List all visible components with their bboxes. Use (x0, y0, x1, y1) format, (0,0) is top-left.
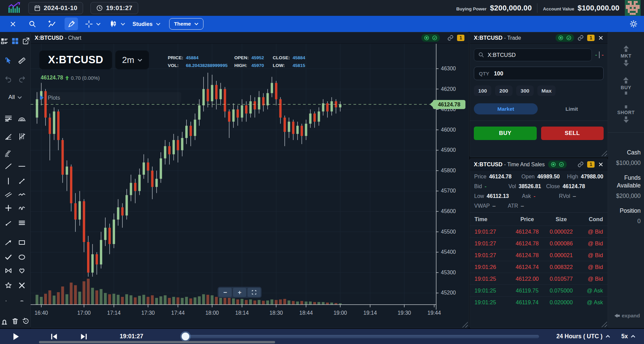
tool-x-cross[interactable] (17, 281, 26, 290)
tool-triple-lines[interactable] (17, 218, 26, 227)
tool-horizontal-line[interactable] (17, 162, 26, 171)
record-target-icon[interactable] (558, 35, 564, 41)
symbol-search-button[interactable] (26, 18, 39, 30)
tool-clipped-a[interactable] (4, 296, 13, 301)
playback-slider-track[interactable] (183, 335, 539, 338)
time-picker[interactable]: 19:01:27 (90, 2, 138, 14)
tool-trend-angle[interactable] (4, 132, 13, 141)
symbol-search-input[interactable]: X:BTCUSD (474, 48, 592, 61)
preset-200[interactable]: 200 (495, 85, 513, 96)
tool-arrow[interactable] (4, 238, 13, 247)
resize-handle[interactable] (601, 150, 607, 156)
tool-gann-fan[interactable] (17, 132, 26, 141)
tool-redo[interactable] (17, 75, 26, 84)
play-button[interactable] (13, 333, 20, 340)
tool-vertical-line[interactable] (4, 177, 13, 185)
order-type-limit[interactable]: Limit (540, 103, 604, 114)
expand-button[interactable]: expand (614, 313, 644, 319)
playback-slider-thumb[interactable] (182, 333, 189, 340)
tool-trend-line[interactable] (4, 162, 13, 171)
close-icon[interactable] (598, 35, 604, 41)
fullscreen-button[interactable] (248, 288, 261, 297)
link-icon[interactable] (577, 161, 584, 168)
tool-reset[interactable] (22, 317, 30, 325)
sell-button[interactable]: SELL (541, 127, 604, 140)
tool-open-external[interactable] (22, 37, 30, 45)
buy-stepper[interactable]: BUY (621, 77, 631, 95)
position-value: 0 (611, 218, 641, 225)
chevron-down-icon[interactable] (156, 23, 160, 26)
price-chart[interactable]: 4630046200461004600045900458004570045600… (31, 44, 468, 328)
buy-button[interactable]: BUY (474, 127, 537, 140)
tool-clipped-b[interactable] (17, 296, 26, 301)
tool-layout-grid[interactable] (11, 37, 19, 45)
link-icon[interactable] (577, 35, 584, 41)
chart-type-button[interactable] (107, 18, 120, 30)
tool-rectangle[interactable] (17, 238, 26, 247)
tool-ellipse[interactable] (17, 253, 26, 262)
order-type-market[interactable]: Market (474, 103, 538, 114)
tool-ruler[interactable] (17, 56, 26, 65)
tool-layout-list[interactable] (0, 37, 8, 45)
tool-brush[interactable] (17, 204, 26, 212)
record-target-icon[interactable] (551, 162, 556, 167)
tool-fib-arcs[interactable] (17, 114, 26, 123)
link-group-badge[interactable]: 1 (587, 35, 595, 41)
tool-cross[interactable] (4, 204, 13, 212)
history-clock-icon[interactable] (559, 162, 564, 167)
tool-ray[interactable] (17, 177, 26, 185)
add-indicator-button[interactable] (45, 18, 59, 30)
tool-zigzag[interactable] (17, 190, 26, 199)
link-icon[interactable] (447, 35, 454, 41)
tool-fib-retracement[interactable] (4, 114, 13, 123)
tool-steps[interactable] (4, 149, 13, 158)
studies-button[interactable]: Studies (132, 21, 153, 27)
chart-body[interactable]: 4630046200461004600045900458004570045600… (31, 44, 468, 328)
link-group-badge[interactable]: 1 (587, 161, 595, 168)
close-button[interactable] (6, 18, 20, 30)
chart-symbol-pill[interactable]: X:BTCUSD (39, 50, 112, 69)
mkt-stepper[interactable]: MKT (620, 45, 631, 66)
settings-button[interactable] (629, 20, 638, 28)
tool-check[interactable] (4, 253, 13, 262)
chevron-down-icon[interactable] (121, 23, 125, 26)
tool-undo[interactable] (4, 75, 13, 84)
short-stepper[interactable]: SHORT (617, 105, 635, 123)
avatar[interactable] (625, 0, 641, 16)
resize-handle[interactable] (601, 321, 607, 327)
history-clock-icon[interactable] (566, 35, 572, 41)
tool-trash[interactable] (11, 317, 19, 325)
quantity-input[interactable]: QTY 100 (474, 67, 604, 80)
preset-max[interactable]: Max (537, 85, 556, 96)
plots-group[interactable]: Plots (37, 92, 181, 103)
draw-button[interactable] (65, 18, 78, 30)
svg-text:18:00: 18:00 (205, 310, 219, 316)
tool-magnet[interactable] (0, 317, 8, 325)
tool-heart[interactable] (17, 266, 26, 275)
date-picker[interactable]: 2024-01-10 (28, 2, 83, 14)
tool-parallel-lines[interactable] (4, 190, 13, 199)
speed-selector[interactable]: 5x (621, 333, 635, 340)
tool-star[interactable] (4, 281, 13, 290)
skip-forward-button[interactable] (80, 333, 87, 340)
horizontal-scrollbar[interactable] (39, 341, 275, 343)
theme-selector[interactable]: Theme (169, 18, 203, 30)
history-clock-icon[interactable] (432, 35, 438, 41)
crosshair-button[interactable] (82, 18, 96, 30)
link-group-badge[interactable]: 1 (457, 35, 464, 41)
chevron-down-icon[interactable] (96, 23, 101, 26)
zoom-out-button[interactable]: − (219, 288, 232, 297)
pencil-icon (68, 20, 75, 28)
record-target-icon[interactable] (424, 35, 429, 41)
tool-anchored-ray[interactable] (4, 218, 13, 227)
tool-filter-all[interactable]: All (8, 94, 22, 101)
timezone-selector[interactable]: 24 Hours ( UTC ) (556, 333, 610, 340)
tool-bowtie[interactable] (4, 266, 13, 275)
preset-100[interactable]: 100 (474, 85, 491, 96)
skip-back-button[interactable] (50, 333, 58, 340)
zoom-in-button[interactable]: + (233, 288, 246, 297)
interval-selector[interactable]: 2m (115, 50, 149, 69)
tool-cursor[interactable] (4, 56, 13, 65)
close-icon[interactable] (598, 162, 604, 167)
preset-300[interactable]: 300 (516, 85, 534, 96)
